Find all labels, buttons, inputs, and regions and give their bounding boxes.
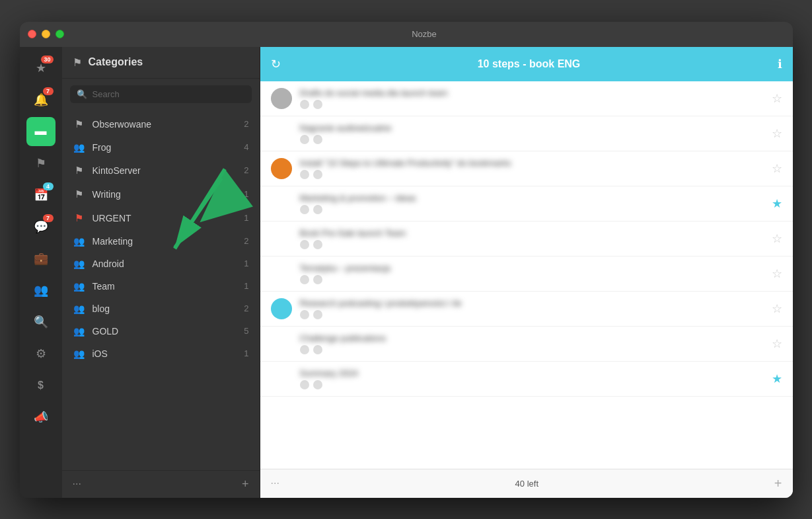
category-item-gold[interactable]: 👥 GOLD 5 xyxy=(62,320,260,342)
task-meta xyxy=(300,170,764,179)
star-button[interactable]: ☆ xyxy=(772,301,782,316)
priority-nav-button[interactable]: ★ 30 xyxy=(26,54,55,83)
minimize-button[interactable] xyxy=(42,30,50,38)
category-item-team[interactable]: 👥 Team 1 xyxy=(62,275,260,298)
task-content: Challenge publications xyxy=(271,333,764,354)
sidebar-footer: ··· + xyxy=(62,470,260,498)
settings-nav-button[interactable]: ⚙ xyxy=(26,339,55,368)
category-item-frog[interactable]: 👥 Frog 4 xyxy=(62,136,260,159)
task-row[interactable]: Drafts do social media dla launch team ☆ xyxy=(260,81,793,116)
category-count: 2 xyxy=(244,165,248,175)
category-icon: 👥 xyxy=(73,142,86,153)
gear-icon: ⚙ xyxy=(36,346,46,361)
search-input[interactable] xyxy=(92,89,245,99)
team-nav-button[interactable]: 👥 xyxy=(26,276,55,305)
task-content: Nagranie audiowizualne xyxy=(271,123,764,144)
star-button[interactable]: ☆ xyxy=(772,161,782,176)
info-button[interactable]: ℹ xyxy=(778,57,782,71)
sidebar-more-button[interactable]: ··· xyxy=(73,478,81,490)
task-title: Marketing & promotion – ideas xyxy=(300,193,764,203)
main-panel: ↻ 10 steps - book ENG ℹ Drafts do social… xyxy=(260,47,793,498)
category-count: 2 xyxy=(244,119,248,129)
category-count: 2 xyxy=(244,236,248,246)
category-list: ⚑ Obserwowane 2 👥 Frog 4 ⚑ KintoServer 2 xyxy=(62,110,260,470)
star-button[interactable]: ☆ xyxy=(772,126,782,141)
meta-dot xyxy=(300,100,309,109)
task-meta xyxy=(300,240,764,249)
categories-flag-icon: ⚑ xyxy=(73,56,82,69)
maximize-button[interactable] xyxy=(55,30,64,38)
task-row[interactable]: Summary 2024 ★ xyxy=(260,362,793,397)
panel-add-button[interactable]: + xyxy=(774,476,782,491)
star-button[interactable]: ★ xyxy=(772,196,782,211)
category-label: Marketing xyxy=(92,236,238,247)
calendar-nav-button[interactable]: 📅 4 xyxy=(26,180,55,210)
category-label: Writing xyxy=(92,189,238,200)
task-row[interactable]: Challenge publications ☆ xyxy=(260,327,793,362)
task-row[interactable]: Nagranie audiowizualne ☆ xyxy=(260,116,793,151)
category-icon: ⚑ xyxy=(73,165,86,177)
category-item-marketing[interactable]: 👥 Marketing 2 xyxy=(62,230,260,253)
task-meta xyxy=(300,310,764,319)
notifications-nav-button[interactable]: 🔔 7 xyxy=(26,85,55,114)
category-icon: 👥 xyxy=(73,259,86,269)
category-icon: ⚑ xyxy=(73,188,86,200)
task-content: Book Pre-Sale launch Team xyxy=(271,228,764,249)
category-item-urgent[interactable]: ⚑ URGENT 1 xyxy=(62,206,260,230)
dollar-icon: $ xyxy=(38,379,44,391)
meta-dot xyxy=(313,205,322,214)
category-item-android[interactable]: 👥 Android 1 xyxy=(62,253,260,275)
close-button[interactable] xyxy=(28,30,36,38)
megaphone-icon: 📣 xyxy=(34,410,48,424)
titlebar: Nozbe xyxy=(20,22,793,47)
category-item-writing[interactable]: ⚑ Writing 1 xyxy=(62,182,260,206)
chat-nav-button[interactable]: 💬 7 xyxy=(26,212,55,241)
task-title: Summary 2024 xyxy=(300,368,764,378)
category-item-kintoserver[interactable]: ⚑ KintoServer 2 xyxy=(62,159,260,182)
billing-nav-button[interactable]: $ xyxy=(26,371,55,400)
search-nav-button[interactable]: 🔍 xyxy=(26,307,55,337)
panel-header: ↻ 10 steps - book ENG ℹ xyxy=(260,47,793,81)
inbox-nav-button[interactable]: ▬ xyxy=(26,117,55,146)
category-item-obserwowane[interactable]: ⚑ Obserwowane 2 xyxy=(62,112,260,136)
window-title: Nozbe xyxy=(64,29,785,39)
task-title: Research podcasting i produktywności i i… xyxy=(300,298,764,308)
avatar xyxy=(271,158,292,179)
meta-dot xyxy=(300,275,309,284)
refresh-button[interactable]: ↻ xyxy=(271,57,281,71)
meta-dot xyxy=(300,135,309,144)
star-button[interactable]: ★ xyxy=(772,372,782,386)
star-button[interactable]: ☆ xyxy=(772,91,782,106)
task-row[interactable]: Research podcasting i produktywności i i… xyxy=(260,292,793,327)
category-label: Team xyxy=(92,281,238,292)
category-label: iOS xyxy=(92,348,238,359)
flag-icon: ⚑ xyxy=(36,156,46,171)
task-row[interactable]: Install "10 Steps to Ultimate Productivi… xyxy=(260,151,793,186)
category-item-blog[interactable]: 👥 blog 2 xyxy=(62,298,260,320)
task-content: Summary 2024 xyxy=(271,368,764,389)
category-count: 1 xyxy=(244,281,248,291)
task-row[interactable]: Tematyka – prezentacja ☆ xyxy=(260,257,793,292)
sidebar-add-button[interactable]: + xyxy=(242,477,249,491)
task-row[interactable]: Book Pre-Sale launch Team ☆ xyxy=(260,221,793,257)
flag-nav-button[interactable]: ⚑ xyxy=(26,149,55,178)
category-count: 1 xyxy=(244,213,248,223)
task-content: Tematyka – prezentacja xyxy=(271,263,764,284)
star-button[interactable]: ☆ xyxy=(772,231,782,246)
star-button[interactable]: ☆ xyxy=(772,337,782,351)
panel-more-button[interactable]: ··· xyxy=(271,477,279,489)
meta-dot xyxy=(313,135,322,144)
projects-nav-button[interactable]: 💼 xyxy=(26,244,55,273)
meta-dot xyxy=(313,240,322,249)
meta-dot xyxy=(300,310,309,319)
traffic-lights xyxy=(28,30,64,38)
briefcase-icon: 💼 xyxy=(34,251,48,266)
panel-title: 10 steps - book ENG xyxy=(289,58,770,70)
campaign-nav-button[interactable]: 📣 xyxy=(26,403,55,432)
star-button[interactable]: ☆ xyxy=(772,266,782,281)
task-row[interactable]: Marketing & promotion – ideas ★ xyxy=(260,186,793,221)
category-item-ios[interactable]: 👥 iOS 1 xyxy=(62,342,260,365)
task-content: Drafts do social media dla launch team xyxy=(300,88,764,109)
task-title: Drafts do social media dla launch team xyxy=(300,88,764,98)
task-meta xyxy=(300,100,764,109)
